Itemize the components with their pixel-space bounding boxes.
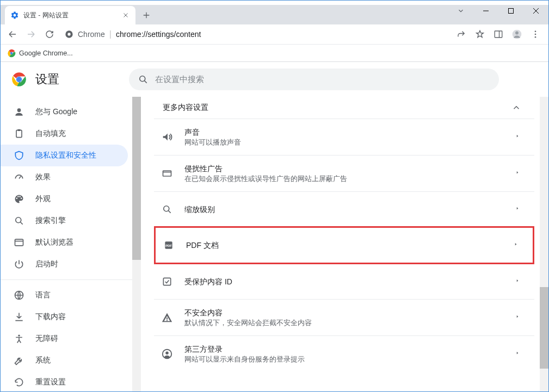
forward-button[interactable]: [23, 27, 39, 42]
accessibility-icon: [14, 333, 24, 344]
setting-row-insecure-content[interactable]: 不安全内容 默认情况下，安全网站会拦截不安全内容: [154, 299, 534, 335]
svg-point-17: [17, 108, 21, 112]
reload-button[interactable]: [42, 27, 57, 42]
sidebar-item-downloads[interactable]: 下载内容: [1, 306, 128, 328]
setting-title: 缩放级别: [184, 204, 505, 215]
close-tab-icon[interactable]: [121, 11, 130, 20]
chevron-right-icon: [516, 206, 521, 213]
section-title: 更多内容设置: [163, 103, 208, 113]
content-scrollbar[interactable]: [540, 97, 548, 391]
search-icon: [14, 215, 24, 226]
search-input[interactable]: [155, 75, 490, 84]
setting-title: 侵扰性广告: [184, 163, 505, 174]
setting-row-sound[interactable]: 声音 网站可以播放声音: [154, 119, 534, 155]
sidebar-item-privacy-security[interactable]: 隐私设置和安全性: [1, 145, 128, 166]
sidebar-item-label: 无障碍: [35, 334, 58, 344]
restore-icon: [14, 377, 24, 388]
content-area: 更多内容设置 声音 网站可以播放声音 侵扰性广告 在已知会展示侵扰性或误导性广告…: [141, 97, 540, 391]
addr-origin: Chrome: [78, 30, 105, 39]
setting-title: 不安全内容: [184, 307, 505, 318]
sidebar-item-label: 系统: [35, 356, 51, 365]
bookmark-item[interactable]: Google Chrome...: [7, 49, 73, 58]
setting-title: 第三方登录: [184, 344, 505, 354]
person-icon: [14, 107, 24, 117]
addr-url: chrome://settings/content: [116, 30, 201, 39]
profile-avatar-icon[interactable]: [510, 28, 523, 41]
sidebar-item-label: 隐私设置和安全性: [35, 151, 96, 160]
section-header-more-content[interactable]: 更多内容设置: [154, 97, 534, 119]
sidebar: 您与 Google 自动填充 隐私设置和安全性 效果 外观 搜索引擎: [1, 97, 132, 391]
svg-point-8: [535, 34, 536, 35]
svg-rect-18: [16, 130, 22, 137]
setting-row-third-party-signin[interactable]: 第三方登录 网站可以显示来自身份服务的登录提示: [154, 335, 534, 372]
svg-text:PDF: PDF: [165, 244, 172, 247]
browser-tab[interactable]: 设置 - 网站设置: [5, 6, 135, 24]
sidebar-item-accessibility[interactable]: 无障碍: [1, 328, 128, 350]
sidebar-item-languages[interactable]: 语言: [1, 284, 128, 306]
setting-title: 受保护内容 ID: [184, 276, 505, 287]
gear-icon: [10, 11, 19, 20]
page-title: 设置: [35, 71, 59, 88]
chrome-logo-icon: [11, 72, 27, 87]
tab-strip: 设置 - 网站设置: [1, 5, 548, 24]
sidebar-item-reset[interactable]: 重置设置: [1, 371, 128, 392]
sidebar-scrollbar[interactable]: [132, 97, 141, 391]
sidebar-item-label: 搜索引擎: [35, 216, 66, 226]
sidebar-item-label: 下载内容: [35, 312, 66, 322]
address-field[interactable]: Chrome | chrome://settings/content: [60, 27, 452, 42]
sidebar-item-label: 启动时: [35, 259, 58, 269]
sidebar-item-system[interactable]: 系统: [1, 350, 128, 371]
chevron-right-icon: [516, 314, 521, 321]
sidebar-item-search-engine[interactable]: 搜索引擎: [1, 210, 128, 232]
chevron-right-icon: [515, 241, 520, 249]
setting-row-intrusive-ads[interactable]: 侵扰性广告 在已知会展示侵扰性或误导性广告的网站上屏蔽广告: [154, 155, 534, 191]
speedometer-icon: [14, 172, 24, 183]
svg-rect-32: [163, 278, 170, 285]
setting-row-pdf[interactable]: PDF PDF 文档: [156, 228, 533, 263]
setting-title: PDF 文档: [186, 240, 504, 251]
wrench-icon: [14, 355, 24, 366]
chrome-product-icon: [65, 30, 73, 39]
maximize-button[interactable]: [498, 3, 523, 19]
bookmark-star-icon[interactable]: [473, 28, 486, 41]
minimize-button[interactable]: [473, 3, 498, 19]
chevron-right-icon: [516, 278, 521, 285]
svg-point-6: [515, 32, 519, 35]
sidebar-item-appearance[interactable]: 外观: [1, 188, 128, 210]
side-panel-icon[interactable]: [492, 28, 505, 41]
bookmark-label: Google Chrome...: [19, 49, 73, 57]
sidebar-item-on-startup[interactable]: 启动时: [1, 253, 128, 275]
kebab-menu-icon[interactable]: [529, 28, 542, 41]
setting-row-zoom[interactable]: 缩放级别: [154, 191, 534, 226]
new-tab-button[interactable]: [139, 8, 154, 23]
sidebar-item-you-and-google[interactable]: 您与 Google: [1, 101, 128, 123]
svg-rect-3: [495, 31, 502, 38]
svg-line-29: [169, 210, 171, 213]
palette-icon: [14, 194, 24, 204]
browser-icon: [14, 237, 24, 248]
svg-point-15: [139, 76, 145, 82]
back-button[interactable]: [5, 27, 20, 42]
power-icon: [14, 259, 24, 270]
settings-search-box[interactable]: [129, 69, 499, 90]
sidebar-item-performance[interactable]: 效果: [1, 166, 128, 188]
setting-row-protected-content[interactable]: 受保护内容 ID: [154, 264, 534, 299]
warning-icon: [161, 311, 174, 324]
svg-point-36: [165, 351, 169, 354]
svg-rect-19: [18, 129, 21, 131]
tab-title: 设置 - 网站设置: [23, 11, 117, 20]
sidebar-item-label: 重置设置: [35, 377, 66, 387]
account-circle-icon: [161, 347, 174, 360]
sidebar-item-autofill[interactable]: 自动填充: [1, 123, 128, 145]
sidebar-item-default-browser[interactable]: 默认浏览器: [1, 232, 128, 253]
close-window-button[interactable]: [523, 3, 548, 19]
svg-line-16: [144, 81, 146, 83]
address-bar: Chrome | chrome://settings/content: [1, 24, 548, 45]
sidebar-item-label: 自动填充: [35, 129, 66, 139]
chevron-down-icon[interactable]: [448, 3, 473, 19]
svg-point-2: [67, 33, 70, 35]
chrome-favicon: [7, 49, 16, 58]
chevron-right-icon: [516, 133, 521, 141]
checkbox-icon: [161, 275, 174, 288]
share-icon[interactable]: [455, 28, 468, 41]
